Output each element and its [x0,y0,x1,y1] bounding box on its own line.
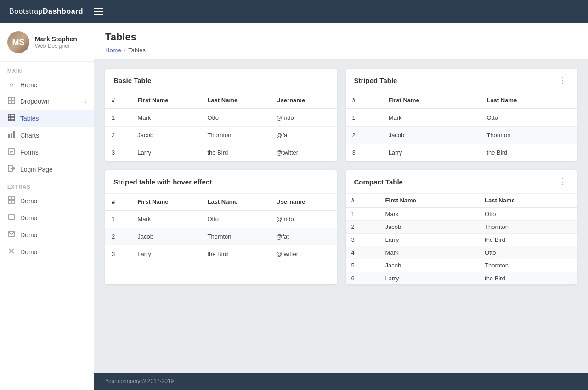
basic-table-card: Basic Table ⋮ # First Name Last Name Use… [105,69,337,161]
sidebar-item-demo1[interactable]: Demo [0,192,94,209]
table-row: 2JacobThornton@fat [105,228,337,245]
forms-icon [7,148,16,156]
main-content: Tables Home / Tables Basic Table ⋮ [94,23,588,390]
footer-text: Your company © 2017-2019 [105,378,174,384]
sidebar-item-dropdown[interactable]: Dropdown ‹ [0,93,94,110]
profile-info: Mark Stephen Web Designer [35,35,77,49]
basic-col-lastname: Last Name [201,92,270,109]
page-header: Tables Home / Tables [94,23,588,60]
breadcrumb-home[interactable]: Home [105,47,121,54]
hover-col-firstname: First Name [131,194,201,210]
striped-table-title: Striped Table [354,77,397,84]
content-area: Basic Table ⋮ # First Name Last Name Use… [94,60,588,373]
svg-rect-1 [12,97,15,100]
table-cell: 1 [346,109,382,127]
breadcrumb: Home / Tables [105,47,577,59]
svg-rect-3 [12,101,15,104]
hover-table-header-row: # First Name Last Name Username [105,194,337,210]
login-icon [7,165,16,173]
compact-col-lastname: Last Name [479,194,577,207]
table-row: 1MarkOtto@mdo [105,109,337,127]
basic-table-body: 1MarkOtto@mdo2JacobThornton@fat3Larrythe… [105,109,337,161]
sidebar-item-home[interactable]: ⌂ Home [0,77,94,93]
sidebar-item-demo4[interactable]: Demo [0,243,94,260]
hover-col-username: Username [270,194,336,210]
table-cell: Mark [382,109,481,127]
basic-table-header-row: # First Name Last Name Username [105,92,337,109]
demo1-icon [7,196,16,205]
striped-table-body: 1MarkOtto2JacobThornton3Larrythe Bird [346,109,577,161]
table-cell: Otto [480,109,577,127]
hover-table-menu[interactable]: ⋮ [316,177,328,187]
striped-col-firstname: First Name [382,92,481,109]
sidebar-item-demo3[interactable]: Demo [0,226,94,243]
table-cell: Mark [131,210,201,228]
table-row: 1MarkOtto@mdo [105,210,337,228]
svg-rect-18 [8,197,11,200]
svg-rect-21 [12,201,15,203]
sidebar-item-demo2[interactable]: Demo [0,209,94,226]
table-cell: @twitter [270,245,336,263]
table-row: 1MarkOtto [346,109,577,127]
striped-table-header-row: # First Name Last Name [346,92,577,109]
table-row: 1MarkOtto [346,207,577,221]
sidebar-label-demo2: Demo [20,214,37,222]
main-section-label: MAIN [0,62,94,77]
striped-col-lastname: Last Name [480,92,577,109]
basic-col-username: Username [270,92,336,109]
sidebar-item-charts[interactable]: Charts [0,127,94,144]
hover-table-card: Striped table with hover effect ⋮ # Firs… [105,170,337,284]
basic-table-header: Basic Table ⋮ [105,69,337,92]
table-cell: Jacob [380,259,479,272]
table-cell: 4 [346,246,380,259]
table-cell: 1 [105,210,131,228]
table-cell: the Bird [201,144,270,162]
table-cell: Larry [131,245,201,263]
sidebar-label-home: Home [20,81,37,89]
basic-col-firstname: First Name [131,92,201,109]
compact-table: # First Name Last Name 1MarkOtto2JacobTh… [346,194,577,284]
compact-table-menu[interactable]: ⋮ [556,177,569,187]
sidebar-label-demo1: Demo [20,197,37,205]
table-cell: Larry [382,144,481,162]
hover-table-body: 1MarkOtto@mdo2JacobThornton@fat3Larrythe… [105,210,337,262]
basic-table-menu[interactable]: ⋮ [316,75,328,85]
tables-grid: Basic Table ⋮ # First Name Last Name Use… [105,69,577,284]
demo4-icon [7,247,16,256]
table-cell: Jacob [131,127,201,144]
sidebar: MS Mark Stephen Web Designer MAIN ⌂ Home… [0,23,94,390]
table-cell: @mdo [270,109,336,127]
sidebar-item-login[interactable]: Login Page [0,161,94,178]
table-cell: the Bird [479,234,577,246]
brand-bold: Dashboard [43,7,83,15]
table-cell: Thornton [480,127,577,144]
table-cell: 6 [346,272,380,285]
extras-section-label: EXTRAS [0,178,94,192]
table-row: 5JacobThornton [346,259,577,272]
basic-col-num: # [105,92,131,109]
striped-col-num: # [346,92,382,109]
table-cell: 3 [105,144,131,162]
table-row: 3Larrythe Bird [346,144,577,162]
charts-icon [7,131,16,139]
sidebar-item-forms[interactable]: Forms [0,144,94,161]
breadcrumb-separator: / [124,47,126,54]
striped-table-menu[interactable]: ⋮ [556,75,569,85]
table-row: 6Larrythe Bird [346,272,577,285]
table-cell: Larry [380,234,479,246]
table-cell: Jacob [380,221,479,234]
sidebar-label-tables: Tables [20,115,39,122]
page-title: Tables [105,31,577,43]
svg-rect-11 [13,131,15,138]
dropdown-icon [7,97,16,106]
hamburger-button[interactable] [94,8,103,15]
table-row: 3Larrythe Bird@twitter [105,245,337,263]
topnav: BootstrapDashboard [0,0,588,23]
table-cell: 2 [105,228,131,245]
striped-table: # First Name Last Name 1MarkOtto2JacobTh… [346,92,577,161]
table-cell: Otto [201,109,270,127]
table-cell: 2 [105,127,131,144]
hover-table-header: Striped table with hover effect ⋮ [105,170,337,194]
sidebar-item-tables[interactable]: Tables [0,110,94,127]
breadcrumb-current: Tables [128,47,146,54]
